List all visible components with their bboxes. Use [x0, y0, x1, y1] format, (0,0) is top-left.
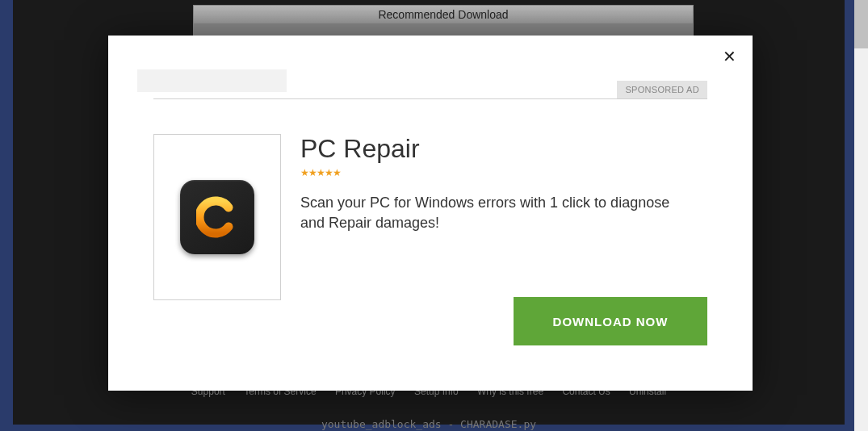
sponsored-label: SPONSORED AD [617, 81, 707, 98]
modal-overlay: ✕ SPONSORED AD [0, 0, 868, 431]
product-app-icon [180, 180, 254, 254]
close-icon[interactable]: ✕ [723, 47, 736, 66]
divider [153, 98, 707, 99]
product-title: PC Repair [300, 134, 707, 164]
star-rating: ★★★★★ [300, 167, 707, 178]
product-image-box [153, 134, 281, 300]
logo-placeholder [137, 69, 287, 92]
download-now-button[interactable]: DOWNLOAD NOW [514, 297, 707, 345]
product-description: Scan your PC for Windows errors with 1 c… [300, 193, 696, 233]
sponsored-ad-modal: ✕ SPONSORED AD [108, 36, 753, 391]
